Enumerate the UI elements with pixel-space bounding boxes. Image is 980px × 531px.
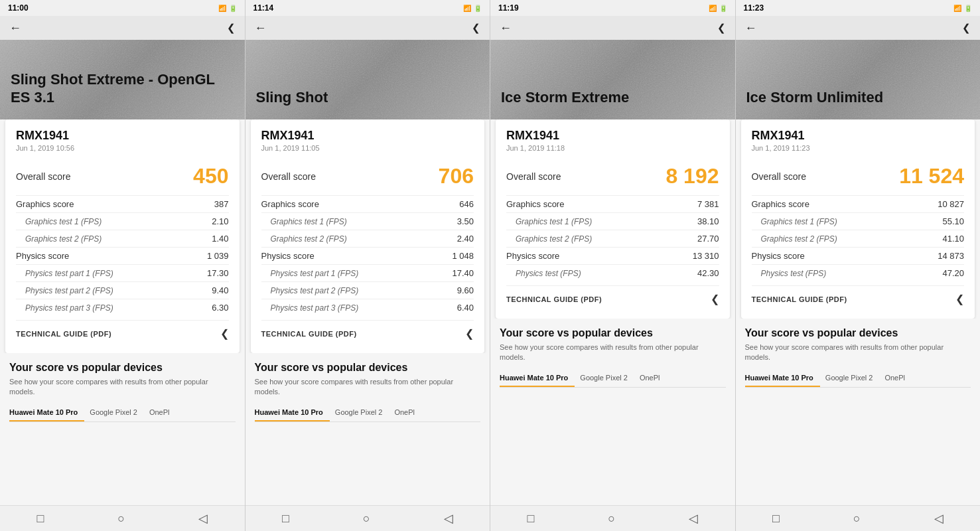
score-row-1: Graphics test 1 (FPS) 55.10 (752, 212, 965, 230)
back-nav-button[interactable]: ○ (117, 512, 125, 526)
score-card: RMX1941 Jun 1, 2019 10:56 Overall score … (5, 119, 240, 353)
recent-button[interactable]: ◁ (198, 511, 208, 526)
recent-button[interactable]: ◁ (934, 511, 944, 526)
device-tab-0[interactable]: Huawei Mate 10 Pro (745, 370, 820, 387)
overall-label: Overall score (16, 171, 70, 182)
device-tab-2[interactable]: OnePl (884, 370, 912, 387)
row-label-3: Physics score (261, 251, 315, 261)
row-label-4: Physics test (FPS) (506, 269, 581, 278)
device-tab-0[interactable]: Huawei Mate 10 Pro (500, 370, 575, 387)
technical-guide-label[interactable]: TECHNICAL GUIDE (PDF) (16, 330, 111, 338)
row-label-3: Physics score (752, 251, 805, 261)
device-tab-1[interactable]: Google Pixel 2 (825, 370, 880, 387)
device-tab-1[interactable]: Google Pixel 2 (335, 404, 389, 421)
bottom-nav: □ ○ ◁ (245, 505, 490, 531)
row-label-6: Physics test part 3 (FPS) (16, 303, 113, 313)
phone-panel-3: 11:19 📶 🔋 ← ❮ Ice Storm Extreme RMX1941 … (490, 0, 736, 531)
overall-row: Overall score 8 192 (506, 160, 719, 195)
row-value-2: 27.70 (697, 234, 719, 244)
row-value-6: 6.30 (212, 303, 228, 313)
popular-title: Your score vs popular devices (745, 327, 971, 341)
popular-title: Your score vs popular devices (500, 327, 726, 341)
recent-button[interactable]: ◁ (444, 511, 453, 526)
row-value-2: 41.10 (942, 234, 964, 244)
phone-panel-2: 11:14 📶 🔋 ← ❮ Sling Shot RMX1941 Jun 1, … (245, 0, 491, 531)
battery-icon: 🔋 (964, 5, 972, 12)
row-label-2: Graphics test 2 (FPS) (261, 234, 347, 244)
device-tab-2[interactable]: OnePl (149, 404, 176, 421)
popular-section: Your score vs popular devices See how yo… (245, 353, 490, 427)
home-button[interactable]: □ (527, 512, 534, 526)
battery-icon: 🔋 (719, 5, 727, 12)
device-tab-1[interactable]: Google Pixel 2 (580, 370, 634, 387)
score-row-0: Graphics score 646 (261, 195, 474, 212)
back-button[interactable]: ← (9, 21, 21, 35)
score-card: RMX1941 Jun 1, 2019 11:23 Overall score … (741, 119, 975, 319)
home-button[interactable]: □ (282, 512, 289, 526)
nav-bar: ← ❮ (245, 16, 490, 40)
row-value-2: 1.40 (212, 234, 228, 244)
technical-share-icon[interactable]: ❮ (711, 293, 719, 305)
status-icons: 📶 🔋 (953, 5, 972, 12)
technical-share-icon[interactable]: ❮ (465, 327, 474, 340)
home-button[interactable]: □ (772, 512, 780, 526)
popular-title: Your score vs popular devices (9, 361, 236, 375)
overall-score: 450 (193, 164, 228, 189)
row-label-2: Graphics test 2 (FPS) (506, 234, 592, 244)
popular-subtitle: See how your score compares with results… (745, 342, 971, 363)
device-tab-0[interactable]: Huawei Mate 10 Pro (255, 404, 330, 421)
status-time: 11:14 (253, 3, 274, 13)
device-name: RMX1941 (261, 129, 474, 143)
status-icons: 📶 🔋 (463, 5, 482, 12)
technical-guide-row: TECHNICAL GUIDE (PDF) ❮ (752, 285, 965, 309)
benchmark-title: Ice Storm Unlimited (746, 89, 884, 106)
home-button[interactable]: □ (36, 512, 44, 526)
device-tab-0[interactable]: Huawei Mate 10 Pro (9, 404, 84, 421)
device-name: RMX1941 (752, 129, 965, 143)
overall-label: Overall score (506, 171, 561, 182)
technical-share-icon[interactable]: ❮ (955, 293, 964, 305)
bottom-nav: □ ○ ◁ (0, 505, 245, 531)
technical-guide-label[interactable]: TECHNICAL GUIDE (PDF) (506, 295, 602, 303)
phone-panel-4: 11:23 📶 🔋 ← ❮ Ice Storm Unlimited RMX194… (736, 0, 981, 531)
score-row-2: Graphics test 2 (FPS) 1.40 (16, 230, 229, 247)
score-row-0: Graphics score 7 381 (506, 195, 719, 212)
row-label-1: Graphics test 1 (FPS) (16, 217, 102, 226)
score-row-4: Physics test part 1 (FPS) 17.40 (261, 264, 474, 281)
back-button[interactable]: ← (745, 21, 757, 35)
popular-section: Your score vs popular devices See how yo… (0, 353, 245, 427)
recent-button[interactable]: ◁ (689, 511, 698, 526)
technical-guide-label[interactable]: TECHNICAL GUIDE (PDF) (261, 330, 357, 338)
hero-banner: Sling Shot (245, 40, 490, 119)
back-nav-button[interactable]: ○ (853, 512, 861, 526)
share-button[interactable]: ❮ (227, 22, 236, 34)
phone-panel-1: 11:00 📶 🔋 ← ❮ Sling Shot Extreme - OpenG… (0, 0, 245, 531)
row-value-1: 55.10 (942, 216, 964, 226)
bottom-nav: □ ○ ◁ (490, 505, 735, 531)
score-card: RMX1941 Jun 1, 2019 11:18 Overall score … (496, 119, 730, 319)
device-tab-2[interactable]: OnePl (394, 404, 421, 421)
score-row-5: Physics test part 2 (FPS) 9.60 (261, 281, 474, 299)
back-nav-button[interactable]: ○ (608, 512, 615, 526)
benchmark-title: Sling Shot (256, 89, 328, 106)
device-tab-2[interactable]: OnePl (640, 370, 667, 387)
popular-section: Your score vs popular devices See how yo… (490, 319, 735, 393)
row-value-0: 7 381 (697, 199, 719, 209)
status-bar: 11:14 📶 🔋 (245, 0, 490, 16)
row-value-1: 38.10 (697, 216, 719, 226)
status-time: 11:00 (8, 3, 29, 13)
score-row-6: Physics test part 3 (FPS) 6.40 (261, 299, 474, 316)
technical-share-icon[interactable]: ❮ (220, 327, 229, 340)
overall-label: Overall score (261, 171, 316, 182)
share-button[interactable]: ❮ (962, 22, 971, 34)
benchmark-title: Ice Storm Extreme (501, 89, 629, 106)
hero-banner: Ice Storm Extreme (490, 40, 735, 119)
back-button[interactable]: ← (500, 21, 512, 35)
technical-guide-label[interactable]: TECHNICAL GUIDE (PDF) (752, 295, 847, 303)
device-tab-1[interactable]: Google Pixel 2 (90, 404, 144, 421)
back-nav-button[interactable]: ○ (363, 512, 370, 526)
back-button[interactable]: ← (255, 21, 267, 35)
signal-icon: 📶 (463, 5, 471, 12)
share-button[interactable]: ❮ (717, 22, 726, 34)
share-button[interactable]: ❮ (472, 22, 480, 34)
